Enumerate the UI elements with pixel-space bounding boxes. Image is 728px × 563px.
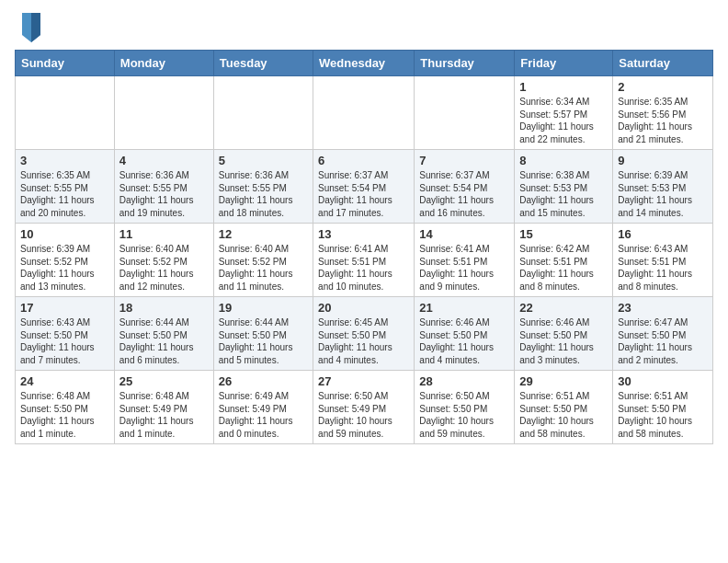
calendar-cell: 22Sunrise: 6:46 AM Sunset: 5:50 PM Dayli… [515,297,613,371]
page: SundayMondayTuesdayWednesdayThursdayFrid… [0,0,728,459]
calendar-table: SundayMondayTuesdayWednesdayThursdayFrid… [15,50,713,444]
calendar-week-row: 17Sunrise: 6:43 AM Sunset: 5:50 PM Dayli… [16,297,713,371]
calendar-cell: 9Sunrise: 6:39 AM Sunset: 5:53 PM Daylig… [613,150,713,224]
day-detail: Sunrise: 6:49 AM Sunset: 5:49 PM Dayligh… [219,391,293,439]
header [15,9,713,42]
calendar-cell: 17Sunrise: 6:43 AM Sunset: 5:50 PM Dayli… [16,297,115,371]
day-detail: Sunrise: 6:45 AM Sunset: 5:50 PM Dayligh… [318,317,392,365]
calendar-cell: 26Sunrise: 6:49 AM Sunset: 5:49 PM Dayli… [213,371,313,444]
calendar-cell [213,76,313,150]
day-detail: Sunrise: 6:43 AM Sunset: 5:51 PM Dayligh… [618,244,692,292]
calendar-cell [415,76,515,150]
calendar-day-header: Friday [515,51,613,76]
day-number: 5 [219,154,308,167]
day-detail: Sunrise: 6:35 AM Sunset: 5:56 PM Dayligh… [618,97,692,144]
day-detail: Sunrise: 6:50 AM Sunset: 5:50 PM Dayligh… [419,391,494,439]
calendar-cell: 16Sunrise: 6:43 AM Sunset: 5:51 PM Dayli… [613,224,713,297]
day-detail: Sunrise: 6:37 AM Sunset: 5:54 PM Dayligh… [419,170,494,218]
calendar-cell: 29Sunrise: 6:51 AM Sunset: 5:50 PM Dayli… [515,371,613,444]
day-detail: Sunrise: 6:44 AM Sunset: 5:50 PM Dayligh… [119,317,194,365]
day-number: 16 [618,227,708,241]
day-number: 6 [318,154,409,167]
day-detail: Sunrise: 6:39 AM Sunset: 5:53 PM Dayligh… [618,170,692,218]
day-detail: Sunrise: 6:41 AM Sunset: 5:51 PM Dayligh… [318,244,392,292]
day-number: 29 [519,374,608,388]
calendar-cell: 14Sunrise: 6:41 AM Sunset: 5:51 PM Dayli… [415,224,515,297]
calendar-week-row: 1Sunrise: 6:34 AM Sunset: 5:57 PM Daylig… [16,76,713,150]
day-number: 1 [519,80,608,94]
day-detail: Sunrise: 6:46 AM Sunset: 5:50 PM Dayligh… [519,317,594,365]
calendar-day-header: Wednesday [313,51,415,76]
calendar-cell: 18Sunrise: 6:44 AM Sunset: 5:50 PM Dayli… [114,297,213,371]
day-number: 2 [618,80,708,94]
calendar-day-header: Thursday [415,51,515,76]
day-number: 22 [519,301,608,315]
day-number: 26 [219,374,308,388]
calendar-cell: 15Sunrise: 6:42 AM Sunset: 5:51 PM Dayli… [515,224,613,297]
day-number: 18 [119,301,209,315]
calendar-cell: 3Sunrise: 6:35 AM Sunset: 5:55 PM Daylig… [16,150,115,224]
logo-icon [17,9,46,42]
calendar-cell: 28Sunrise: 6:50 AM Sunset: 5:50 PM Dayli… [415,371,515,444]
calendar-cell: 8Sunrise: 6:38 AM Sunset: 5:53 PM Daylig… [515,150,613,224]
calendar-week-row: 10Sunrise: 6:39 AM Sunset: 5:52 PM Dayli… [16,224,713,297]
day-number: 21 [419,301,509,315]
day-detail: Sunrise: 6:34 AM Sunset: 5:57 PM Dayligh… [519,97,594,144]
svg-marker-1 [31,13,40,42]
day-number: 14 [419,227,509,241]
day-number: 27 [318,374,409,388]
calendar-cell: 24Sunrise: 6:48 AM Sunset: 5:50 PM Dayli… [16,371,115,444]
day-number: 23 [618,301,708,315]
day-number: 11 [119,227,209,241]
calendar-cell: 30Sunrise: 6:51 AM Sunset: 5:50 PM Dayli… [613,371,713,444]
calendar-cell: 21Sunrise: 6:46 AM Sunset: 5:50 PM Dayli… [415,297,515,371]
day-detail: Sunrise: 6:40 AM Sunset: 5:52 PM Dayligh… [219,244,293,292]
calendar-cell: 4Sunrise: 6:36 AM Sunset: 5:55 PM Daylig… [114,150,213,224]
day-number: 4 [119,154,209,167]
day-number: 3 [20,154,109,167]
calendar-day-header: Monday [114,51,213,76]
day-detail: Sunrise: 6:36 AM Sunset: 5:55 PM Dayligh… [219,170,293,218]
day-number: 17 [20,301,109,315]
calendar-cell: 13Sunrise: 6:41 AM Sunset: 5:51 PM Dayli… [313,224,415,297]
calendar-cell: 1Sunrise: 6:34 AM Sunset: 5:57 PM Daylig… [515,76,613,150]
day-detail: Sunrise: 6:42 AM Sunset: 5:51 PM Dayligh… [519,244,594,292]
day-number: 24 [20,374,109,388]
calendar-cell: 27Sunrise: 6:50 AM Sunset: 5:49 PM Dayli… [313,371,415,444]
day-number: 25 [119,374,209,388]
calendar-cell: 20Sunrise: 6:45 AM Sunset: 5:50 PM Dayli… [313,297,415,371]
day-number: 13 [318,227,409,241]
calendar-cell: 23Sunrise: 6:47 AM Sunset: 5:50 PM Dayli… [613,297,713,371]
day-detail: Sunrise: 6:36 AM Sunset: 5:55 PM Dayligh… [119,170,194,218]
calendar-cell [313,76,415,150]
calendar-cell [114,76,213,150]
day-detail: Sunrise: 6:51 AM Sunset: 5:50 PM Dayligh… [618,391,692,439]
calendar-cell: 12Sunrise: 6:40 AM Sunset: 5:52 PM Dayli… [213,224,313,297]
day-number: 30 [618,374,708,388]
calendar-header-row: SundayMondayTuesdayWednesdayThursdayFrid… [16,51,713,76]
day-detail: Sunrise: 6:39 AM Sunset: 5:52 PM Dayligh… [20,244,95,292]
calendar-cell: 7Sunrise: 6:37 AM Sunset: 5:54 PM Daylig… [415,150,515,224]
day-number: 8 [519,154,608,167]
day-detail: Sunrise: 6:48 AM Sunset: 5:49 PM Dayligh… [119,391,194,439]
day-detail: Sunrise: 6:35 AM Sunset: 5:55 PM Dayligh… [20,170,95,218]
day-number: 10 [20,227,109,241]
day-detail: Sunrise: 6:44 AM Sunset: 5:50 PM Dayligh… [219,317,293,365]
calendar-week-row: 24Sunrise: 6:48 AM Sunset: 5:50 PM Dayli… [16,371,713,444]
day-number: 12 [219,227,308,241]
calendar-cell: 5Sunrise: 6:36 AM Sunset: 5:55 PM Daylig… [213,150,313,224]
day-detail: Sunrise: 6:38 AM Sunset: 5:53 PM Dayligh… [519,170,594,218]
calendar-cell: 25Sunrise: 6:48 AM Sunset: 5:49 PM Dayli… [114,371,213,444]
day-number: 28 [419,374,509,388]
day-number: 20 [318,301,409,315]
logo [15,9,46,42]
calendar-cell: 19Sunrise: 6:44 AM Sunset: 5:50 PM Dayli… [213,297,313,371]
calendar-cell: 2Sunrise: 6:35 AM Sunset: 5:56 PM Daylig… [613,76,713,150]
day-number: 15 [519,227,608,241]
day-detail: Sunrise: 6:50 AM Sunset: 5:49 PM Dayligh… [318,391,392,439]
calendar-cell: 11Sunrise: 6:40 AM Sunset: 5:52 PM Dayli… [114,224,213,297]
calendar-cell [16,76,115,150]
day-number: 7 [419,154,509,167]
day-number: 19 [219,301,308,315]
day-detail: Sunrise: 6:47 AM Sunset: 5:50 PM Dayligh… [618,317,692,365]
